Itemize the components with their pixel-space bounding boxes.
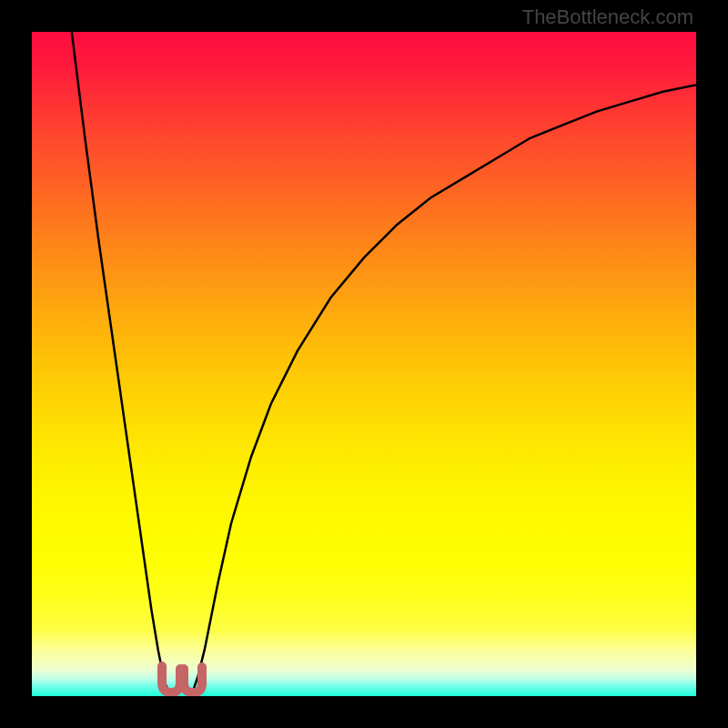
chart-frame: TheBottleneck.com: [0, 0, 728, 728]
curve-left-branch: [72, 32, 172, 696]
curve-right-branch: [191, 85, 696, 696]
attribution-text: TheBottleneck.com: [522, 5, 693, 29]
chart-svg: [32, 32, 696, 696]
plot-area: [32, 32, 696, 696]
